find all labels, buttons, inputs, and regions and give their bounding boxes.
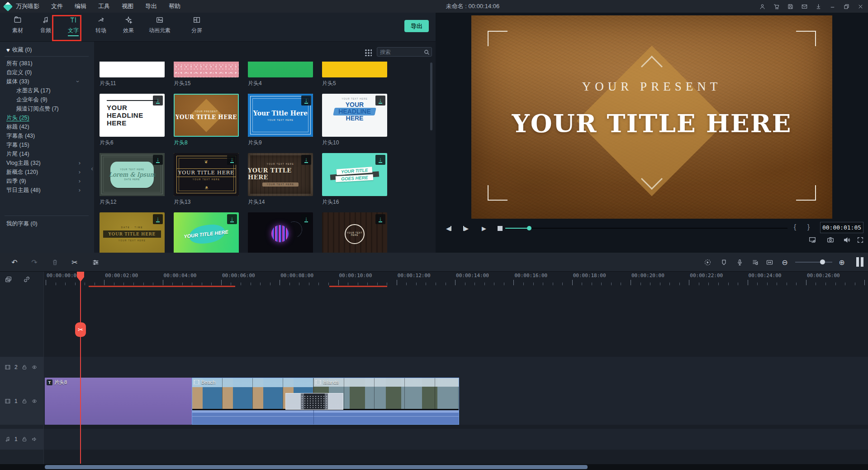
menu-item-2[interactable]: 编辑 — [75, 2, 86, 10]
mark-in-icon[interactable]: { — [794, 223, 796, 230]
fullscreen-icon[interactable] — [855, 235, 865, 245]
timeline-ruler[interactable]: 00:00:00:0000:00:02:0000:00:04:0000:00:0… — [44, 272, 868, 290]
template-thumbnail[interactable]: YOUR TEXT HEREYOURHEADLINEHERE↓ — [322, 94, 387, 137]
track-manager-icon[interactable] — [856, 257, 865, 267]
download-icon[interactable] — [814, 2, 822, 10]
tab-分屏[interactable]: 分屏 — [184, 15, 210, 40]
chevron-down-icon[interactable]: › — [73, 81, 82, 82]
minimize-icon[interactable] — [828, 2, 836, 10]
tab-素材[interactable]: 素材 — [5, 15, 31, 40]
template-thumbnail[interactable] — [100, 62, 165, 77]
previous-frame-button[interactable]: ◀ — [443, 224, 455, 233]
template-card-片头14[interactable]: YOUR TEXT HEREYOUR TITLE HEREYOUR TEXT H… — [248, 153, 313, 206]
template-card-片头13[interactable]: YOUR TITLE HEREYOUR TEXT HERE↓片头13 — [174, 153, 239, 206]
marker-shield-icon[interactable] — [718, 257, 729, 267]
timeline-zoom-knob[interactable] — [820, 259, 825, 264]
download-badge[interactable]: ↓ — [153, 96, 163, 106]
template-thumbnail[interactable]: Your Title HereYOUR TEXT HERE↓ — [248, 94, 313, 137]
redo-icon[interactable]: ↷ — [29, 257, 40, 267]
mail-icon[interactable] — [800, 2, 808, 10]
sidebar-item-所有[interactable]: 所有 (381) — [0, 59, 94, 68]
sidebar-item-自定义[interactable]: 自定义 (0) — [0, 68, 94, 77]
template-thumbnail[interactable] — [248, 62, 313, 77]
download-badge[interactable]: ↓ — [375, 155, 385, 165]
template-card-片头8[interactable]: YOUR PRESENTYOUR TITLE HERE片头8 — [174, 94, 239, 147]
stop-button[interactable] — [494, 224, 506, 233]
clip-audio-waveform[interactable] — [192, 410, 459, 425]
search-input[interactable] — [380, 48, 422, 56]
download-badge[interactable]: ↓ — [153, 155, 163, 165]
transition-clip[interactable] — [285, 393, 343, 410]
template-thumbnail[interactable]: YOURHEADLINEHERE↓ — [100, 94, 165, 137]
sidebar-item-新概念[interactable]: 新概念 (120)› — [0, 168, 94, 177]
sidebar-item-标题[interactable]: 标题 (42) — [0, 122, 94, 131]
download-badge[interactable]: ↓ — [301, 214, 311, 224]
sidebar-item-字幕[interactable]: 字幕 (15) — [0, 140, 94, 149]
sidebar-item-四季[interactable]: 四季 (9)› — [0, 177, 94, 186]
audio-mixer-icon[interactable] — [749, 257, 760, 267]
menu-item-1[interactable]: 文件 — [51, 2, 63, 10]
speaker-icon[interactable] — [842, 235, 852, 245]
timeline-scrollbar-thumb[interactable] — [45, 465, 588, 469]
timecode-display[interactable]: 00:00:01:05 — [820, 222, 863, 233]
audio-track-1-header[interactable]: 1 — [0, 429, 43, 450]
template-thumbnail[interactable]: YOUR TITLE HERE↓ — [174, 212, 239, 253]
template-thumbnail[interactable]: YOUR TEXT HERELorem & IpsumDATE HERE↓ — [100, 153, 165, 196]
timeline-clip-title[interactable]: T片头8 — [45, 378, 192, 425]
template-card-片头19[interactable]: ↓片头19 — [248, 212, 313, 253]
link-clips-icon[interactable] — [22, 274, 32, 284]
sidebar-item-Vlog主题[interactable]: Vlog主题 (32)› — [0, 158, 94, 168]
download-badge[interactable]: ↓ — [375, 214, 385, 224]
chevron-right-icon[interactable]: › — [79, 186, 81, 195]
video-track-2-lane[interactable] — [44, 357, 868, 378]
display-settings-icon[interactable] — [807, 235, 817, 245]
template-thumbnail[interactable]: YOUR TITLEGOES HERE↓ — [322, 153, 387, 196]
sidebar-item-favorites[interactable]: ♥ 收藏 (0) — [6, 46, 32, 54]
tab-效果[interactable]: 效果 — [115, 15, 142, 40]
mark-out-icon[interactable]: } — [807, 223, 810, 230]
template-thumbnail[interactable] — [174, 62, 239, 77]
menu-item-0[interactable]: 万兴喵影 — [16, 2, 39, 10]
template-card-片头10[interactable]: YOUR TEXT HEREYOURHEADLINEHERE↓片头10 — [322, 94, 387, 147]
chevron-right-icon[interactable]: › — [79, 158, 81, 168]
microphone-icon[interactable] — [734, 257, 745, 267]
sidebar-collapse-icon[interactable]: ‹ — [91, 165, 93, 172]
download-badge[interactable]: ↓ — [227, 155, 237, 165]
template-thumbnail[interactable]: DATE · TIMEYOUR TITLE HEREYOUR TEXT HERE… — [100, 212, 165, 253]
template-thumbnail[interactable]: YOUR TEXT HEREYOUR TITLE HEREYOUR TEXT H… — [248, 153, 313, 196]
close-icon[interactable] — [856, 2, 864, 10]
menu-item-3[interactable]: 工具 — [98, 2, 110, 10]
template-card-片头20[interactable]: YOUR TEXT HERE↓片头20 — [322, 212, 387, 253]
playhead-line[interactable] — [80, 272, 81, 464]
video-track-1-header[interactable]: 1 — [0, 378, 43, 425]
template-card-片头12[interactable]: YOUR TEXT HERELorem & IpsumDATE HERE↓片头1… — [100, 153, 165, 206]
template-card-片头18[interactable]: YOUR TITLE HERE↓片头18 — [174, 212, 239, 253]
render-preview-icon[interactable] — [702, 257, 713, 267]
restore-icon[interactable] — [842, 2, 850, 10]
fit-timeline-icon[interactable] — [764, 257, 775, 267]
adjust-sliders-icon[interactable] — [90, 257, 101, 267]
zoom-in-icon[interactable]: ⊕ — [836, 257, 847, 267]
sidebar-item-节日主题[interactable]: 节日主题 (48)› — [0, 186, 94, 195]
template-thumbnail[interactable]: ↓ — [248, 212, 313, 253]
export-button[interactable]: 导出 — [404, 20, 429, 32]
template-card-片头5[interactable]: 片头5 — [322, 62, 387, 87]
audio-track-1-lane[interactable] — [44, 429, 868, 450]
download-badge[interactable]: ↓ — [301, 155, 311, 165]
sidebar-item-字幕条[interactable]: 字幕条 (43) — [0, 131, 94, 140]
preview-video[interactable]: YOUR PRESENT YOUR TITLE HERE — [471, 15, 832, 219]
template-thumbnail[interactable]: YOUR TEXT HERE↓ — [322, 212, 387, 253]
tab-动画元素[interactable]: 动画元素 — [147, 15, 173, 40]
snapshot-camera-icon[interactable] — [825, 235, 835, 245]
cart-icon[interactable] — [772, 2, 780, 10]
template-card-片头17[interactable]: DATE · TIMEYOUR TITLE HEREYOUR TEXT HERE… — [100, 212, 165, 253]
undo-icon[interactable]: ↶ — [9, 257, 20, 267]
template-card-片头4[interactable]: 片头4 — [248, 62, 313, 87]
preview-title-text[interactable]: YOUR TITLE HERE — [471, 109, 832, 138]
template-card-片头6[interactable]: YOURHEADLINEHERE↓片头6 — [100, 94, 165, 147]
zoom-out-icon[interactable]: ⊖ — [779, 257, 790, 267]
download-badge[interactable]: ↓ — [375, 96, 385, 106]
menu-item-5[interactable]: 导出 — [145, 2, 157, 10]
chevron-right-icon[interactable]: › — [79, 168, 81, 177]
tab-转场[interactable]: 转场 — [88, 15, 114, 40]
